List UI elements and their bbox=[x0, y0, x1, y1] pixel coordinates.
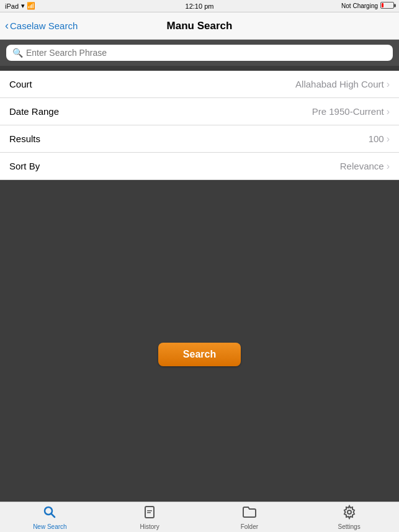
option-label-2: Results bbox=[9, 133, 40, 144]
option-row-1[interactable]: Date Range Pre 1950-Current › bbox=[0, 98, 399, 125]
nav-bar: ‹ Caselaw Search Manu Search bbox=[0, 12, 399, 40]
tab-icon-folder bbox=[242, 505, 257, 522]
back-label: Caselaw Search bbox=[10, 20, 78, 31]
svg-rect-3 bbox=[147, 510, 152, 512]
option-value-wrapper-2: 100 › bbox=[369, 133, 390, 145]
status-left: iPad ▾ 📶 bbox=[5, 2, 35, 10]
options-list: Court Allahabad High Court › Date Range … bbox=[0, 71, 399, 180]
tab-item-new-search[interactable]: New Search bbox=[0, 502, 100, 532]
new-search-icon bbox=[42, 505, 57, 520]
option-value-wrapper-1: Pre 1950-Current › bbox=[312, 106, 390, 117]
option-value-wrapper-0: Allahabad High Court › bbox=[295, 79, 390, 90]
dark-content-area: Search bbox=[0, 180, 399, 529]
search-bar-container: 🔍 bbox=[0, 40, 399, 66]
dark-divider bbox=[0, 66, 399, 71]
settings-icon bbox=[342, 505, 357, 520]
option-label-0: Court bbox=[9, 79, 32, 89]
battery-icon bbox=[380, 2, 394, 10]
option-value-3: Relevance bbox=[340, 161, 384, 171]
option-chevron-icon-0: › bbox=[387, 79, 390, 90]
history-icon bbox=[142, 505, 157, 520]
status-time: 12:10 pm bbox=[186, 2, 214, 10]
option-chevron-icon-2: › bbox=[387, 133, 390, 145]
wifi-icon: ▾ 📶 bbox=[21, 2, 35, 10]
option-value-0: Allahabad High Court bbox=[295, 79, 384, 89]
svg-point-5 bbox=[347, 510, 351, 514]
tab-item-settings[interactable]: Settings bbox=[299, 502, 399, 532]
search-magnify-icon: 🔍 bbox=[12, 48, 23, 58]
svg-rect-4 bbox=[147, 512, 151, 513]
tab-label-folder: Folder bbox=[241, 523, 258, 530]
tab-label-history: History bbox=[140, 523, 159, 530]
option-label-3: Sort By bbox=[9, 161, 40, 171]
option-row-3[interactable]: Sort By Relevance › bbox=[0, 153, 399, 180]
tab-item-history[interactable]: History bbox=[100, 502, 200, 532]
tab-item-folder[interactable]: Folder bbox=[200, 502, 300, 532]
option-value-2: 100 bbox=[369, 133, 384, 144]
back-chevron-icon: ‹ bbox=[5, 20, 9, 31]
option-value-1: Pre 1950-Current bbox=[312, 106, 384, 117]
page-title: Manu Search bbox=[167, 20, 233, 32]
option-value-wrapper-3: Relevance › bbox=[340, 161, 390, 172]
device-label: iPad bbox=[5, 2, 19, 10]
option-chevron-icon-3: › bbox=[387, 161, 390, 172]
tab-label-new-search: New Search bbox=[33, 523, 66, 530]
status-right: Not Charging bbox=[341, 2, 394, 10]
tab-icon-new-search bbox=[42, 505, 57, 522]
search-input[interactable] bbox=[26, 48, 387, 58]
tab-label-settings: Settings bbox=[338, 523, 361, 530]
tab-icon-history bbox=[142, 505, 157, 522]
option-chevron-icon-1: › bbox=[387, 106, 390, 117]
option-row-0[interactable]: Court Allahabad High Court › bbox=[0, 71, 399, 98]
tab-icon-settings bbox=[342, 505, 357, 522]
content-wrapper: 🔍 Court Allahabad High Court › Date Rang… bbox=[0, 40, 399, 529]
back-button[interactable]: ‹ Caselaw Search bbox=[5, 20, 78, 31]
status-bar: iPad ▾ 📶 12:10 pm Not Charging bbox=[0, 0, 399, 12]
option-row-2[interactable]: Results 100 › bbox=[0, 125, 399, 153]
battery-label: Not Charging bbox=[341, 2, 378, 9]
search-button[interactable]: Search bbox=[158, 343, 241, 366]
tab-bar: New Search History Folder Settings bbox=[0, 502, 399, 532]
search-input-wrapper: 🔍 bbox=[6, 45, 393, 61]
folder-icon bbox=[242, 505, 257, 520]
svg-line-1 bbox=[52, 513, 55, 517]
option-label-1: Date Range bbox=[9, 106, 59, 117]
